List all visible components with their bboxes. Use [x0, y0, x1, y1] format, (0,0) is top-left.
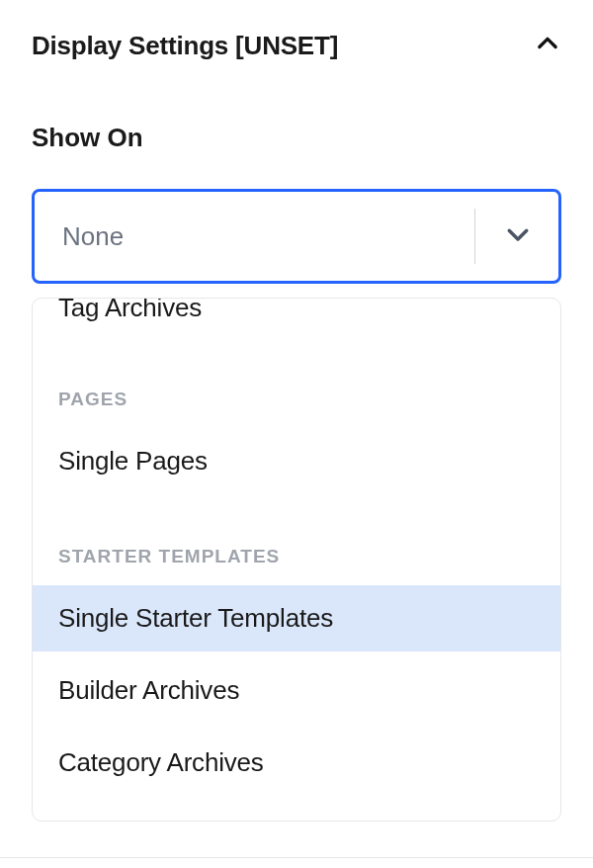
- chevron-up-icon: [534, 30, 561, 61]
- dropdown-option-single-pages[interactable]: Single Pages: [33, 428, 560, 494]
- dropdown-option-builder-archives[interactable]: Builder Archives: [33, 657, 560, 724]
- dropdown-scroll: Tag Archives PAGES Single Pages STARTER …: [33, 299, 560, 796]
- dropdown-group-starter-templates: STARTER TEMPLATES: [33, 494, 560, 585]
- dropdown-group-pages: PAGES: [33, 337, 560, 428]
- section-header[interactable]: Display Settings [UNSET]: [32, 20, 561, 65]
- settings-panel: Display Settings [UNSET] Show On None Ta…: [0, 0, 593, 822]
- select-placeholder: None: [35, 221, 474, 252]
- dropdown-option-partial[interactable]: Tag Archives: [33, 299, 560, 337]
- show-on-select[interactable]: None: [32, 189, 561, 284]
- dropdown-option-single-starter-templates[interactable]: Single Starter Templates: [33, 585, 560, 651]
- field-label: Show On: [32, 123, 561, 153]
- dropdown-listbox[interactable]: Tag Archives PAGES Single Pages STARTER …: [32, 298, 561, 822]
- select-divider: [474, 209, 475, 264]
- dropdown-option-category-archives[interactable]: Category Archives: [33, 730, 560, 796]
- chevron-down-icon: [503, 219, 558, 253]
- section-title: Display Settings [UNSET]: [32, 31, 338, 61]
- panel-divider: [0, 857, 593, 858]
